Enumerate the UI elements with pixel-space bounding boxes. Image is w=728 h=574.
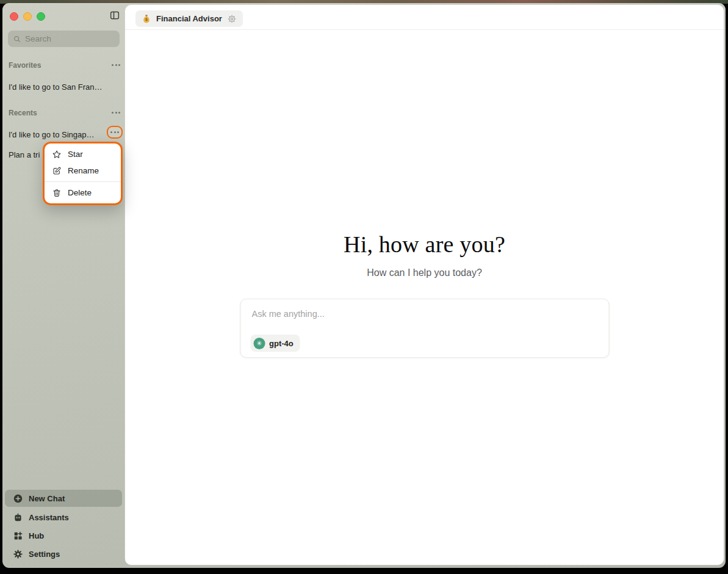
- svg-text:$: $: [145, 17, 148, 21]
- gear-icon: [13, 549, 23, 559]
- robot-icon: [13, 512, 23, 523]
- favorites-menu-icon[interactable]: [112, 64, 120, 66]
- chat-item-options-button[interactable]: [107, 126, 123, 139]
- pencil-icon: [52, 166, 62, 176]
- grid-plus-icon: [13, 531, 23, 541]
- chat-item-san-francisco[interactable]: I'd like to go to San Fran…: [2, 81, 125, 95]
- recents-section-header: Recents: [2, 108, 125, 119]
- context-menu-rename[interactable]: Rename: [45, 162, 121, 179]
- favorites-section-header: Favorites: [2, 60, 125, 71]
- tab-bar: $ Financial Advisor: [125, 5, 724, 30]
- tab-financial-advisor[interactable]: $ Financial Advisor: [135, 10, 243, 27]
- close-window-button[interactable]: [10, 12, 18, 21]
- greeting-subtitle: How can I help you today?: [125, 267, 724, 278]
- app-window: Search Favorites I'd like to go to San F…: [2, 3, 726, 568]
- minimize-window-button[interactable]: [23, 12, 32, 21]
- tab-title: Financial Advisor: [156, 14, 222, 23]
- chat-main-panel: $ Financial Advisor Hi, how are you? How…: [125, 5, 724, 565]
- sidebar-item-hub[interactable]: Hub: [5, 527, 122, 544]
- zoom-window-button[interactable]: [37, 12, 45, 21]
- model-selector-chip[interactable]: ✳ gpt-4o: [250, 335, 300, 352]
- toggle-sidebar-icon[interactable]: [109, 10, 121, 22]
- plus-circle-icon: [13, 493, 23, 504]
- context-menu-divider: [45, 181, 121, 182]
- sidebar: Search Favorites I'd like to go to San F…: [2, 3, 125, 568]
- model-name: gpt-4o: [269, 339, 294, 348]
- assistant-settings-gear-icon[interactable]: [227, 14, 237, 24]
- greeting-block: Hi, how are you? How can I help you toda…: [125, 231, 724, 278]
- recents-label: Recents: [9, 109, 37, 117]
- search-icon: [13, 35, 21, 43]
- window-controls: [10, 12, 45, 21]
- favorites-label: Favorites: [9, 61, 41, 70]
- chat-context-menu: Star Rename Delete: [43, 142, 123, 205]
- star-icon: [52, 150, 62, 159]
- message-composer: ✳ gpt-4o: [240, 299, 609, 358]
- search-placeholder: Search: [25, 34, 51, 43]
- greeting-title: Hi, how are you?: [125, 231, 724, 258]
- openai-icon: ✳: [253, 338, 265, 349]
- search-input[interactable]: Search: [8, 31, 120, 47]
- sidebar-item-settings[interactable]: Settings: [5, 545, 122, 562]
- trash-icon: [52, 188, 62, 198]
- sidebar-item-new-chat[interactable]: New Chat: [5, 490, 122, 507]
- context-menu-star[interactable]: Star: [45, 146, 121, 162]
- sidebar-item-assistants[interactable]: Assistants: [5, 509, 122, 526]
- recents-menu-icon[interactable]: [112, 112, 120, 114]
- message-input[interactable]: [240, 299, 608, 327]
- context-menu-delete[interactable]: Delete: [45, 184, 121, 201]
- ellipsis-icon: [110, 131, 119, 133]
- chat-item-singapore[interactable]: I'd like to go to Singap…: [2, 128, 125, 143]
- money-bag-icon: $: [142, 14, 151, 24]
